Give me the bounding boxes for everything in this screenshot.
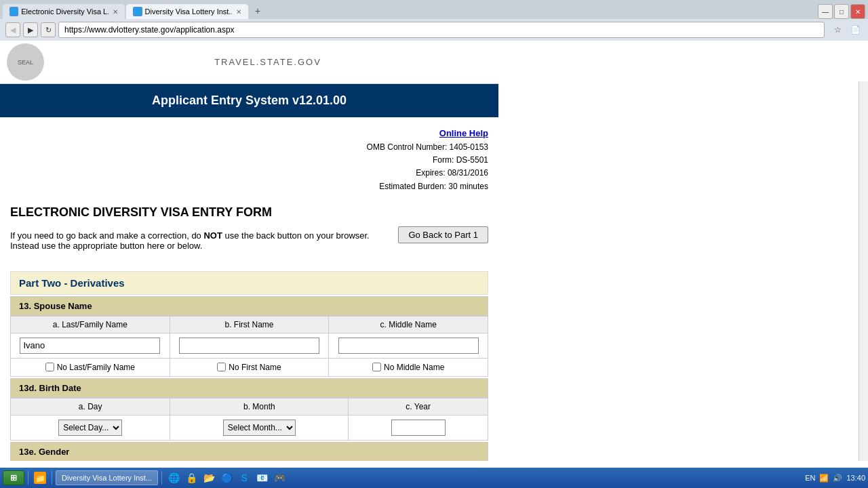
gender-header: 13e. Gender — [10, 442, 488, 461]
no-middle-checkbox[interactable] — [372, 363, 381, 371]
last-name-col-header: a. Last/Family Name — [11, 316, 170, 333]
no-first-cell: No First Name — [170, 358, 329, 376]
omb-line3: Expires: 08/31/2016 — [367, 167, 488, 180]
middle-name-cell — [329, 333, 488, 358]
last-name-cell — [11, 333, 170, 358]
omb-info: OMB Control Number: 1405-0153 Form: DS-5… — [367, 141, 488, 199]
year-input[interactable] — [391, 420, 446, 436]
online-help-row: Online Help — [367, 121, 488, 141]
minimize-button[interactable]: — — [818, 4, 833, 19]
page-wrapper: SEAL TRAVEL.STATE.GOV Applicant Entry Sy… — [0, 41, 868, 461]
first-name-input[interactable] — [179, 338, 319, 354]
first-name-col-header: b. First Name — [170, 316, 329, 333]
year-cell — [349, 415, 488, 440]
no-last-cell: No Last/Family Name — [11, 358, 170, 376]
tab-close-edv[interactable]: ✕ — [113, 8, 118, 16]
omb-line4: Estimated Burden: 30 minutes — [367, 180, 488, 193]
part-two-header: Part Two - Derivatives — [10, 271, 488, 295]
page-icon[interactable]: 📄 — [848, 22, 863, 37]
spouse-name-table: a. Last/Family Name b. First Name c. Mid… — [10, 316, 488, 377]
day-cell: Select Day... 1 2 3 — [11, 415, 170, 440]
middle-name-input[interactable] — [338, 338, 479, 354]
app-title: Applicant Entry System v12.01.00 — [152, 94, 347, 107]
refresh-button[interactable]: ↻ — [41, 22, 56, 37]
birth-date-table: a. Day b. Month c. Year Select Day... 1 … — [10, 398, 488, 441]
app-title-bar: Applicant Entry System v12.01.00 — [0, 84, 498, 117]
form-title: ELECTRONIC DIVERSITY VISA ENTRY FORM — [10, 200, 488, 222]
no-middle-label: No Middle Name — [384, 363, 444, 372]
spouse-name-label: 13. Spouse Name — [19, 301, 92, 311]
omb-line1: OMB Control Number: 1405-0153 — [367, 141, 488, 154]
no-first-checkbox[interactable] — [217, 363, 226, 371]
gov-seal-logo: SEAL — [7, 43, 44, 81]
forward-button[interactable]: ▶ — [23, 22, 38, 37]
maximize-button[interactable]: □ — [834, 4, 849, 19]
no-last-label: No Last/Family Name — [57, 363, 135, 372]
gender-label: 13e. Gender — [19, 447, 69, 457]
browser-chrome: 🌐 Electronic Diversity Visa L... ✕ 🌐 Div… — [0, 0, 868, 41]
scrollbar[interactable] — [859, 81, 868, 461]
bookmark-star-icon[interactable]: ☆ — [830, 22, 845, 37]
no-middle-cell: No Middle Name — [329, 358, 488, 376]
month-cell: Select Month... January February — [170, 415, 349, 440]
tab-close-dvl[interactable]: ✕ — [236, 8, 241, 16]
birth-date-header: 13d. Birth Date — [10, 378, 488, 398]
go-back-button[interactable]: Go Back to Part 1 — [398, 226, 488, 243]
spouse-name-header: 13. Spouse Name — [10, 296, 488, 316]
part-two-label: Part Two - Derivatives — [19, 277, 125, 289]
middle-name-col-header: c. Middle Name — [329, 316, 488, 333]
address-bar-row: ◀ ▶ ↻ ☆ 📄 — [0, 19, 868, 41]
omb-line2: Form: DS-5501 — [367, 154, 488, 167]
tab-bar: 🌐 Electronic Diversity Visa L... ✕ 🌐 Div… — [0, 0, 868, 19]
tab-dvl[interactable]: 🌐 Diversity Visa Lottery Inst... ✕ — [126, 4, 248, 19]
address-input[interactable] — [58, 22, 825, 38]
tab-edv[interactable]: 🌐 Electronic Diversity Visa L... ✕ — [3, 4, 125, 19]
content-area: Online Help OMB Control Number: 1405-015… — [0, 117, 498, 461]
month-col-header: b. Month — [170, 398, 349, 415]
new-tab-button[interactable]: + — [250, 3, 266, 19]
tab-icon-dvl: 🌐 — [133, 7, 142, 16]
correction-section: Go Back to Part 1 If you need to go back… — [10, 222, 488, 264]
tab-label-edv: Electronic Diversity Visa L... — [21, 7, 108, 16]
tab-label-dvl: Diversity Visa Lottery Inst... — [145, 7, 232, 16]
birth-date-label: 13d. Birth Date — [19, 383, 81, 393]
no-last-checkbox[interactable] — [45, 363, 54, 371]
day-select[interactable]: Select Day... 1 2 3 — [58, 420, 122, 436]
back-button[interactable]: ◀ — [5, 22, 20, 37]
day-col-header: a. Day — [11, 398, 170, 415]
tab-icon-edv: 🌐 — [9, 7, 18, 16]
first-name-cell — [170, 333, 329, 358]
online-help-link[interactable]: Online Help — [439, 128, 488, 138]
page-container: SEAL TRAVEL.STATE.GOV Applicant Entry Sy… — [0, 41, 868, 461]
last-name-input[interactable] — [20, 338, 160, 354]
site-subtitle: TRAVEL.STATE.GOV — [44, 57, 492, 67]
close-window-button[interactable]: ✕ — [850, 4, 865, 19]
year-col-header: c. Year — [349, 398, 488, 415]
month-select[interactable]: Select Month... January February — [223, 420, 296, 436]
no-first-label: No First Name — [229, 363, 281, 372]
